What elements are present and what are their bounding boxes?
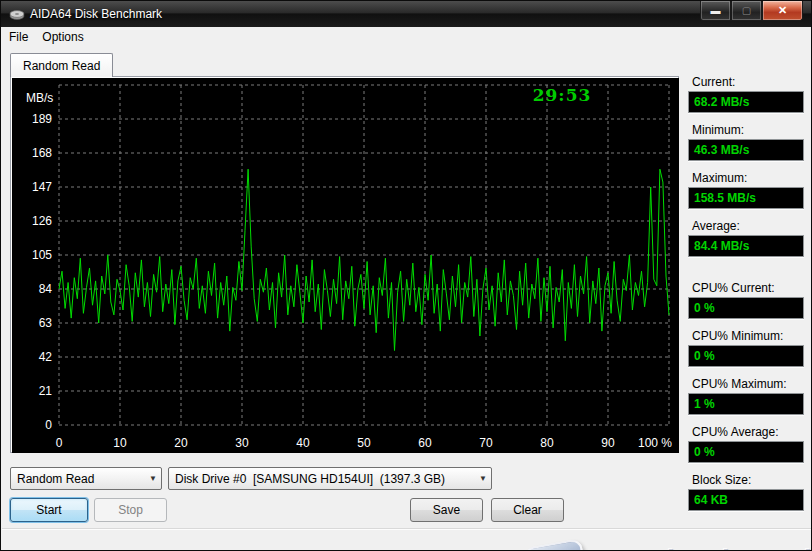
stat-value: 1 % — [688, 393, 804, 415]
client-area: Random Read MB/s189168147126105846342210… — [2, 47, 812, 528]
svg-text:126: 126 — [32, 214, 52, 228]
close-button[interactable]: ✕ — [762, 1, 803, 21]
svg-text:189: 189 — [32, 112, 52, 126]
stat-minimum: Minimum: 46.3 MB/s — [688, 123, 804, 161]
svg-text:63: 63 — [39, 316, 53, 330]
svg-text:42: 42 — [39, 350, 53, 364]
tab-random-read[interactable]: Random Read — [10, 53, 113, 77]
svg-text:100 %: 100 % — [638, 436, 672, 450]
svg-text:90: 90 — [601, 436, 615, 450]
stat-cpu-average: CPU% Average: 0 % — [688, 425, 804, 463]
stat-block-size: Block Size: 64 KB — [688, 473, 804, 511]
svg-text:0: 0 — [45, 418, 52, 432]
svg-text:10: 10 — [113, 436, 127, 450]
window-title: AIDA64 Disk Benchmark — [30, 7, 162, 21]
window-controls: ▬ ▢ ✕ — [700, 1, 803, 21]
stat-value: 46.3 MB/s — [688, 139, 804, 161]
stat-cpu-minimum: CPU% Minimum: 0 % — [688, 329, 804, 367]
minimize-button[interactable]: ▬ — [700, 1, 731, 21]
svg-text:84: 84 — [39, 282, 53, 296]
disk-drive-icon — [9, 6, 25, 22]
stat-label: CPU% Average: — [688, 425, 804, 439]
stat-label: CPU% Minimum: — [688, 329, 804, 343]
stat-label: Maximum: — [688, 171, 804, 185]
maximize-button[interactable]: ▢ — [731, 1, 762, 21]
stat-label: CPU% Current: — [688, 281, 804, 295]
stat-cpu-current: CPU% Current: 0 % — [688, 281, 804, 319]
stat-average: Average: 84.4 MB/s — [688, 219, 804, 257]
start-button[interactable]: Start — [10, 498, 88, 522]
svg-text:20: 20 — [174, 436, 188, 450]
test-type-value: Random Read — [11, 472, 145, 486]
disk-drive-value: Disk Drive #0 [SAMSUNG HD154UI] (1397.3 … — [169, 472, 475, 486]
svg-text:147: 147 — [32, 180, 52, 194]
svg-text:80: 80 — [540, 436, 554, 450]
menu-bar: File Options — [2, 27, 812, 47]
stat-value: 158.5 MB/s — [688, 187, 804, 209]
stat-value: 68.2 MB/s — [688, 91, 804, 113]
svg-text:50: 50 — [357, 436, 371, 450]
menu-item-file[interactable]: File — [2, 28, 35, 46]
svg-text:MB/s: MB/s — [26, 91, 53, 105]
status-bar — [2, 528, 812, 550]
stat-label: Minimum: — [688, 123, 804, 137]
test-type-select[interactable]: Random Read ▼ — [10, 467, 162, 490]
svg-text:60: 60 — [418, 436, 432, 450]
svg-text:40: 40 — [296, 436, 310, 450]
stat-current: Current: 68.2 MB/s — [688, 75, 804, 113]
svg-text:105: 105 — [32, 248, 52, 262]
svg-text:21: 21 — [39, 384, 53, 398]
svg-text:30: 30 — [235, 436, 249, 450]
stat-value: 84.4 MB/s — [688, 235, 804, 257]
chart-canvas: MB/s189168147126105846342210010203040506… — [12, 78, 679, 453]
clear-button[interactable]: Clear — [491, 498, 564, 522]
stat-label: Current: — [688, 75, 804, 89]
stat-maximum: Maximum: 158.5 MB/s — [688, 171, 804, 209]
titlebar: AIDA64 Disk Benchmark ▬ ▢ ✕ — [1, 1, 811, 27]
disk-drive-select[interactable]: Disk Drive #0 [SAMSUNG HD154UI] (1397.3 … — [168, 467, 492, 490]
app-window: AIDA64 Disk Benchmark ▬ ▢ ✕ File Options… — [0, 0, 812, 551]
svg-text:70: 70 — [479, 436, 493, 450]
elapsed-timer: 29:53 — [512, 85, 612, 105]
chevron-down-icon: ▼ — [145, 474, 161, 483]
svg-text:0: 0 — [56, 436, 63, 450]
stat-label: Block Size: — [688, 473, 804, 487]
benchmark-chart: MB/s189168147126105846342210010203040506… — [12, 78, 679, 453]
stat-value: 0 % — [688, 441, 804, 463]
menu-item-options[interactable]: Options — [35, 28, 90, 46]
svg-text:168: 168 — [32, 146, 52, 160]
stat-label: CPU% Maximum: — [688, 377, 804, 391]
stat-value: 0 % — [688, 345, 804, 367]
stat-label: Average: — [688, 219, 804, 233]
chart-panel: MB/s189168147126105846342210010203040506… — [10, 76, 679, 453]
stat-cpu-maximum: CPU% Maximum: 1 % — [688, 377, 804, 415]
chevron-down-icon: ▼ — [475, 474, 491, 483]
stop-button[interactable]: Stop — [94, 498, 167, 522]
stat-value: 0 % — [688, 297, 804, 319]
save-button[interactable]: Save — [410, 498, 483, 522]
stat-value: 64 KB — [688, 489, 804, 511]
